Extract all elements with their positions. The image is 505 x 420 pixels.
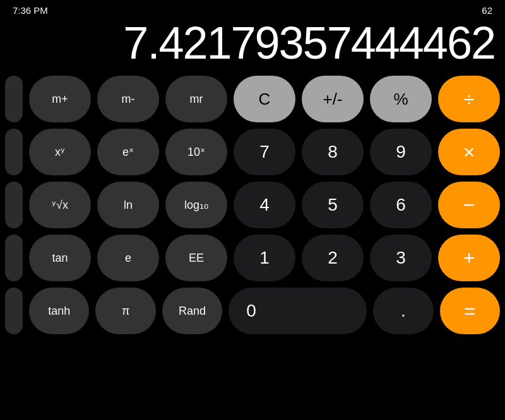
status-battery: 62 <box>482 5 492 16</box>
status-time: 7:36 PM <box>13 5 48 16</box>
four-button[interactable]: 4 <box>234 182 295 228</box>
button-row-4: tanhπRand0.= <box>5 288 500 334</box>
e-pow-x-button[interactable]: eˣ <box>97 129 159 175</box>
decimal-button[interactable]: . <box>373 288 433 334</box>
EE-button[interactable]: EE <box>165 235 227 281</box>
zero-button[interactable]: 0 <box>229 288 367 334</box>
calculator-display: 7.42179357444462 <box>0 18 505 73</box>
ln-button[interactable]: ln <box>97 182 159 228</box>
m-plus-button[interactable]: m+ <box>29 76 91 122</box>
percent-button[interactable]: % <box>370 76 432 122</box>
nine-button[interactable]: 9 <box>370 129 432 175</box>
multiply-button[interactable]: × <box>438 129 500 175</box>
ten-pow-x-button[interactable]: 10ˣ <box>165 129 227 175</box>
y-root-x-button[interactable]: ʸ√x <box>29 182 91 228</box>
button-row-2: ʸ√xlnlog₁₀456− <box>5 182 500 228</box>
partial-sci-2-button[interactable] <box>5 129 23 175</box>
pi-button[interactable]: π <box>95 288 155 334</box>
log10-button[interactable]: log₁₀ <box>165 182 227 228</box>
seven-button[interactable]: 7 <box>234 129 295 175</box>
minus-button[interactable]: − <box>438 182 500 228</box>
three-button[interactable]: 3 <box>370 235 432 281</box>
calculator-grid: m+m-mrC+/-%÷xʸeˣ10ˣ789×ʸ√xlnlog₁₀456−tan… <box>0 73 505 339</box>
rand-button[interactable]: Rand <box>162 288 222 334</box>
divide-button[interactable]: ÷ <box>438 76 500 122</box>
display-value: 7.42179357444462 <box>10 18 495 68</box>
partial-sci-5-button[interactable] <box>5 288 23 334</box>
two-button[interactable]: 2 <box>302 235 364 281</box>
eight-button[interactable]: 8 <box>302 129 364 175</box>
one-button[interactable]: 1 <box>234 235 295 281</box>
six-button[interactable]: 6 <box>370 182 432 228</box>
partial-sci-1-button[interactable] <box>5 76 23 122</box>
plus-button[interactable]: + <box>438 235 500 281</box>
plus-minus-button[interactable]: +/- <box>302 76 364 122</box>
clear-button[interactable]: C <box>234 76 295 122</box>
partial-sci-3-button[interactable] <box>5 182 23 228</box>
mr-button[interactable]: mr <box>165 76 227 122</box>
tanh-button[interactable]: tanh <box>29 288 89 334</box>
status-bar: 7:36 PM 62 <box>0 0 505 18</box>
x-pow-y-button[interactable]: xʸ <box>29 129 91 175</box>
button-row-1: xʸeˣ10ˣ789× <box>5 129 500 175</box>
button-row-0: m+m-mrC+/-%÷ <box>5 76 500 122</box>
e-button[interactable]: e <box>97 235 159 281</box>
button-row-3: taneEE123+ <box>5 235 500 281</box>
partial-sci-4-button[interactable] <box>5 235 23 281</box>
tan-button[interactable]: tan <box>29 235 91 281</box>
five-button[interactable]: 5 <box>302 182 364 228</box>
m-minus-button[interactable]: m- <box>97 76 159 122</box>
equals-button[interactable]: = <box>440 288 500 334</box>
